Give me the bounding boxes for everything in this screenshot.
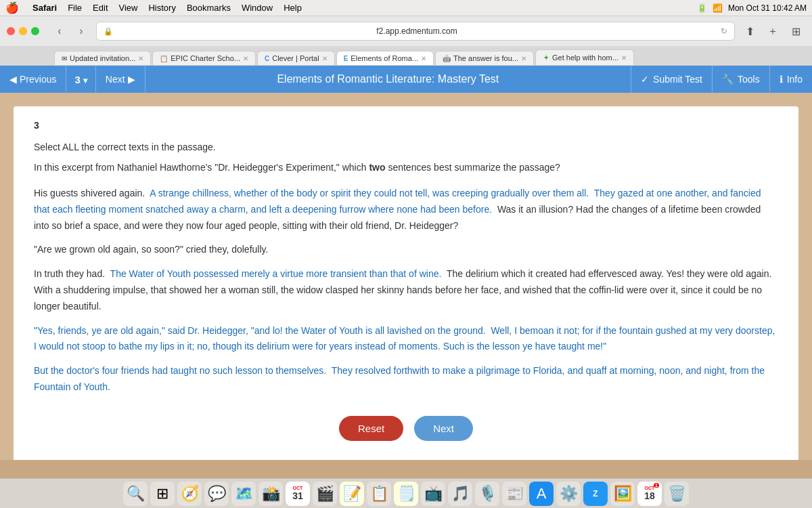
- wifi-icon: 📶: [713, 3, 723, 13]
- question-number-display: 3: [74, 74, 80, 85]
- menu-bar-right: 🔋 📶 Mon Oct 31 10:42 AM: [697, 3, 807, 13]
- dock-podcasts[interactable]: 🎙️: [475, 482, 499, 506]
- next-arrow-icon: ▶: [128, 74, 135, 85]
- passage-paragraph-3: In truth they had. The Water of Youth po…: [34, 266, 778, 314]
- selectable-sentence-2[interactable]: The Water of Youth possessed merely a vi…: [110, 268, 442, 279]
- dock-music[interactable]: 🎵: [448, 482, 472, 506]
- address-text: f2.app.edmentum.com: [117, 26, 717, 36]
- info-button[interactable]: ℹ Info: [769, 66, 812, 93]
- menu-safari[interactable]: Safari: [32, 3, 57, 13]
- ssl-lock-icon: 🔒: [104, 27, 113, 36]
- tab-clever[interactable]: C Clever | Portal ✕: [257, 51, 335, 65]
- tab-close-button[interactable]: ✕: [322, 55, 328, 62]
- dock-stickies[interactable]: 🗒️: [394, 482, 418, 506]
- dock: 🔍 ⊞ 🧭 💬 🗺️ 📸 OCT 31 🎬 📝 📋 🗒️ 📺 🎵 🎙️ 📰 A …: [0, 478, 812, 508]
- battery-icon: 🔋: [697, 3, 707, 13]
- dock-maps[interactable]: 🗺️: [231, 482, 256, 506]
- check-icon: ✓: [641, 74, 649, 85]
- passage-paragraph-2: "Are we grown old again, so soon?" cried…: [34, 242, 778, 258]
- tab-overview-button[interactable]: ⊞: [786, 22, 805, 41]
- tab-label: Elements of Roma...: [351, 54, 418, 62]
- tab-elements-romantic[interactable]: E Elements of Roma... ✕: [336, 51, 434, 65]
- dock-safari[interactable]: 🧭: [177, 482, 202, 506]
- dock-launchpad[interactable]: ⊞: [150, 482, 175, 506]
- minimize-window-button[interactable]: [19, 27, 27, 35]
- selectable-sentence-3[interactable]: "Yes, friends, ye are old again," said D…: [34, 325, 775, 352]
- selectable-sentence-1[interactable]: A strange chillness, whether of the body…: [34, 188, 761, 215]
- tab-get-help[interactable]: ＋ Get help with hom... ✕: [535, 49, 634, 65]
- tab-close-button[interactable]: ✕: [421, 55, 426, 62]
- tab-label: Clever | Portal: [272, 54, 319, 62]
- menu-bookmarks[interactable]: Bookmarks: [187, 3, 231, 13]
- question-instruction: Select ALL the correct texts in the pass…: [34, 142, 778, 152]
- dock-zoom[interactable]: Z: [583, 482, 608, 506]
- dock-facetime[interactable]: 🎬: [313, 482, 337, 506]
- tab-label: The answer is fou...: [453, 54, 518, 62]
- dock-system-preferences[interactable]: ⚙️: [556, 482, 581, 506]
- tab-close-button[interactable]: ✕: [243, 55, 248, 62]
- tab-favicon-mail: ✉: [62, 55, 67, 62]
- dock-tv[interactable]: 📺: [421, 482, 445, 506]
- tab-updated-invitation[interactable]: ✉ Updated invitation... ✕: [54, 51, 151, 65]
- chevron-down-icon: [83, 74, 87, 85]
- menu-edit[interactable]: Edit: [93, 3, 108, 13]
- info-circle-icon: ℹ: [780, 74, 783, 85]
- passage-paragraph-4: "Yes, friends, ye are old again," said D…: [34, 323, 778, 356]
- dock-photos[interactable]: 📸: [258, 482, 283, 506]
- passage-paragraph-5: But the doctor's four friends had taught…: [34, 363, 778, 396]
- test-title: Elements of Romantic Literature: Mastery…: [145, 73, 631, 85]
- close-window-button[interactable]: [7, 27, 15, 35]
- dock-calendar[interactable]: OCT 31: [286, 482, 310, 506]
- dock-notes[interactable]: 📝: [340, 482, 364, 506]
- dock-finder[interactable]: 🔍: [123, 482, 148, 506]
- next-nav-button[interactable]: Next ▶: [96, 66, 145, 93]
- menu-help[interactable]: Help: [284, 3, 302, 13]
- forward-button[interactable]: ›: [72, 22, 91, 41]
- share-button[interactable]: ⬆: [740, 22, 759, 41]
- dock-trash[interactable]: 🗑️: [664, 482, 689, 506]
- menu-view[interactable]: View: [119, 3, 138, 13]
- maximize-window-button[interactable]: [31, 27, 39, 35]
- submit-label: Submit Test: [653, 74, 702, 85]
- tab-close-button[interactable]: ✕: [521, 55, 526, 62]
- tab-epic-charter[interactable]: 📋 EPIC Charter Scho... ✕: [152, 51, 256, 65]
- dock-messages[interactable]: 💬: [204, 482, 229, 506]
- apple-menu[interactable]: 🍎: [5, 1, 19, 14]
- traffic-lights: [7, 27, 39, 35]
- refresh-icon[interactable]: ↻: [721, 26, 727, 36]
- question-number: 3: [34, 120, 778, 131]
- previous-arrow-icon: ◀: [9, 74, 17, 85]
- menu-history[interactable]: History: [148, 3, 175, 13]
- new-tab-button[interactable]: ＋: [763, 22, 782, 41]
- question-selector[interactable]: 3: [66, 66, 95, 93]
- menu-window[interactable]: Window: [242, 3, 273, 13]
- dock-calendar-2[interactable]: OCT 18 1: [637, 482, 662, 506]
- passage-paragraph-1: His guests shivered again. A strange chi…: [34, 186, 778, 234]
- tab-bar: ✉ Updated invitation... ✕ 📋 EPIC Charter…: [0, 46, 812, 65]
- address-bar[interactable]: 🔒 f2.app.edmentum.com ↻: [96, 22, 735, 41]
- next-button[interactable]: Next: [414, 416, 473, 441]
- selectable-sentence-4[interactable]: But the doctor's four friends had taught…: [34, 365, 765, 392]
- tab-label: Get help with hom...: [552, 54, 618, 62]
- tools-button[interactable]: 🔧 Tools: [712, 66, 769, 93]
- dock-appstore[interactable]: A: [529, 482, 554, 506]
- dock-news[interactable]: 📰: [502, 482, 526, 506]
- main-content: 3 Select ALL the correct texts in the pa…: [0, 93, 812, 460]
- browser-nav: ‹ ›: [50, 22, 91, 41]
- tab-favicon-answer: 🤖: [443, 55, 451, 62]
- tab-close-button[interactable]: ✕: [138, 55, 143, 62]
- back-button[interactable]: ‹: [50, 22, 69, 41]
- dock-preview[interactable]: 🖼️: [610, 482, 635, 506]
- reset-button[interactable]: Reset: [339, 416, 403, 441]
- menu-bar: 🍎 Safari File Edit View History Bookmark…: [0, 0, 812, 16]
- dock-reminders[interactable]: 📋: [367, 482, 391, 506]
- tab-answer[interactable]: 🤖 The answer is fou... ✕: [435, 51, 534, 65]
- submit-test-button[interactable]: ✓ Submit Test: [631, 66, 712, 93]
- button-row: Reset Next: [34, 416, 778, 441]
- info-label: Info: [787, 74, 803, 85]
- previous-button[interactable]: ◀ Previous: [0, 66, 66, 93]
- menu-file[interactable]: File: [68, 3, 82, 13]
- tab-close-button[interactable]: ✕: [621, 54, 627, 62]
- tools-label: Tools: [738, 74, 760, 85]
- browser-toolbar: ‹ › 🔒 f2.app.edmentum.com ↻ ⬆ ＋ ⊞: [0, 16, 812, 46]
